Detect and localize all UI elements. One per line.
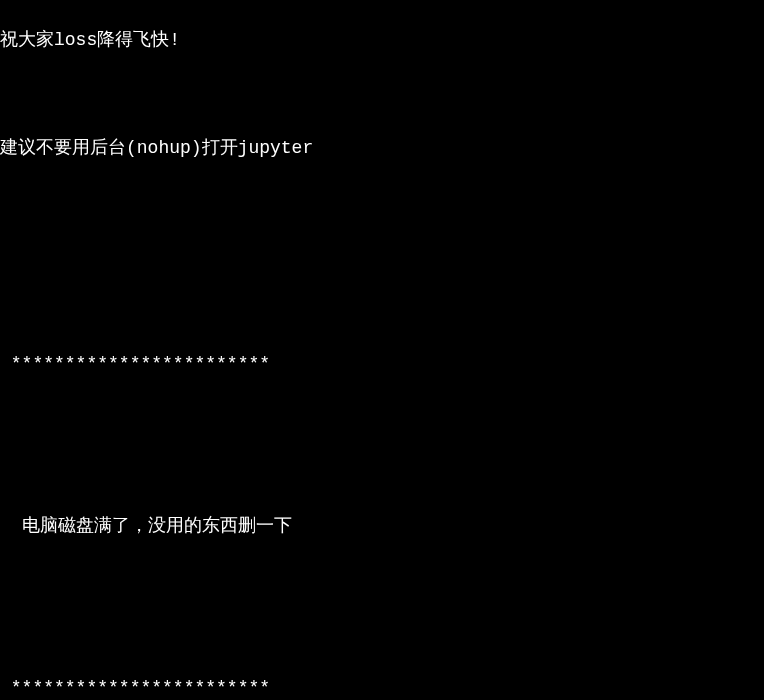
blank-line	[0, 405, 764, 432]
motd-stars-2: ************************	[0, 675, 764, 700]
blank-line	[0, 621, 764, 648]
terminal-output[interactable]: 祝大家loss降得飞快! 建议不要用后台(nohup)打开jupyter ***…	[0, 0, 764, 700]
blank-line	[0, 459, 764, 486]
motd-line-2: 建议不要用后台(nohup)打开jupyter	[0, 135, 764, 162]
blank-line	[0, 243, 764, 270]
motd-stars-1: ************************	[0, 351, 764, 378]
motd-line-1: 祝大家loss降得飞快!	[0, 27, 764, 54]
blank-line	[0, 297, 764, 324]
blank-line	[0, 567, 764, 594]
motd-disk-notice: 电脑磁盘满了，没用的东西删一下	[0, 513, 764, 540]
blank-line	[0, 189, 764, 216]
blank-line	[0, 81, 764, 108]
